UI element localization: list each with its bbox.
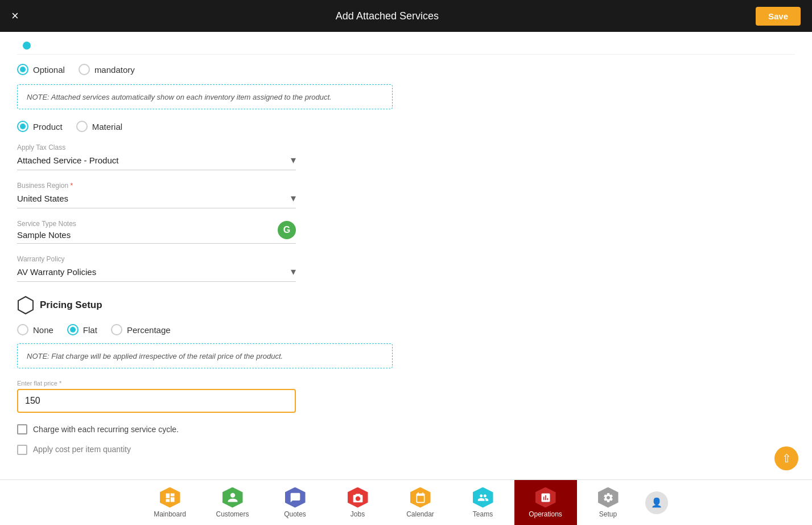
app-header: × Add Attached Services Save — [0, 0, 812, 32]
charge-recurring-label: Charge with each recurring service cycle… — [33, 425, 179, 434]
note-box: NOTE: Attached services automatically sh… — [17, 84, 393, 109]
warranty-policy-label: Warranty Policy — [17, 255, 296, 263]
warranty-policy-arrow-icon: ▾ — [291, 265, 296, 278]
calendar-label: Calendar — [406, 510, 434, 518]
business-region-arrow-icon: ▾ — [291, 192, 296, 204]
mandatory-radio-circle — [79, 64, 90, 75]
product-radio[interactable]: Product — [17, 121, 63, 132]
business-region-value: United States — [17, 194, 291, 203]
nav-item-teams[interactable]: Teams — [452, 480, 514, 526]
business-region-field: Business Region * United States ▾ — [17, 182, 296, 208]
dialog-title: Add Attached Services — [336, 10, 439, 22]
top-partial-row — [17, 32, 795, 55]
pricing-none-radio[interactable]: None — [17, 324, 53, 335]
jobs-icon — [348, 487, 368, 508]
teams-label: Teams — [473, 510, 493, 518]
service-type-notes-label: Service Type Notes — [17, 220, 296, 228]
operations-icon — [535, 487, 556, 508]
pricing-percentage-radio[interactable]: Percentage — [111, 324, 171, 335]
flat-note-box: NOTE: Flat charge will be applied irresp… — [17, 343, 393, 368]
service-type-notes-field: Service Type Notes G — [17, 220, 296, 244]
nav-item-calendar[interactable]: Calendar — [389, 480, 452, 526]
service-type-notes-input[interactable] — [17, 230, 296, 244]
apply-tax-class-arrow-icon: ▾ — [291, 154, 296, 166]
flat-price-input-wrapper — [17, 389, 296, 413]
material-radio-circle — [76, 121, 88, 132]
apply-cost-partial: Apply cost per item quantity — [17, 442, 795, 455]
grammarly-icon: G — [278, 221, 296, 239]
optional-radio-circle — [17, 64, 28, 75]
warranty-policy-select[interactable]: AV Warranty Policies ▾ — [17, 265, 296, 282]
nav-item-mainboard[interactable]: Mainboard — [139, 480, 201, 526]
nav-item-avatar[interactable]: 👤 — [640, 480, 674, 526]
optional-radio[interactable]: Optional — [17, 64, 65, 75]
customers-icon — [222, 487, 243, 508]
product-radio-circle — [17, 121, 28, 132]
nav-item-customers[interactable]: Customers — [201, 480, 264, 526]
flat-price-field: Enter flat price * — [17, 380, 296, 413]
charge-recurring-checkbox-box — [17, 424, 27, 434]
product-label: Product — [33, 122, 63, 132]
warranty-policy-field: Warranty Policy AV Warranty Policies ▾ — [17, 255, 296, 282]
operations-label: Operations — [529, 510, 562, 518]
pricing-setup-hex-icon — [17, 296, 34, 315]
bottom-navigation: Mainboard Customers Quotes Jobs Calendar… — [0, 479, 812, 525]
progress-indicator — [23, 42, 31, 50]
quotes-icon — [285, 487, 306, 508]
business-region-required: * — [70, 182, 73, 190]
nav-item-quotes[interactable]: Quotes — [264, 480, 327, 526]
material-label: Material — [92, 122, 122, 132]
apply-tax-class-value: Attached Service - Product — [17, 155, 291, 165]
mainboard-label: Mainboard — [154, 510, 186, 518]
optional-label: Optional — [33, 65, 65, 75]
business-region-select[interactable]: United States ▾ — [17, 192, 296, 208]
teams-icon — [473, 487, 493, 508]
customers-label: Customers — [216, 510, 249, 518]
mandatory-radio[interactable]: mandatory — [79, 64, 135, 75]
warranty-policy-value: AV Warranty Policies — [17, 267, 291, 277]
pricing-flat-label: Flat — [83, 325, 97, 335]
jobs-label: Jobs — [351, 510, 365, 518]
setup-icon — [598, 487, 619, 508]
pricing-setup-title: Pricing Setup — [40, 300, 102, 311]
optional-mandatory-group: Optional mandatory — [17, 64, 795, 75]
business-region-label: Business Region * — [17, 182, 296, 190]
apply-cost-label: Apply cost per item quantity — [33, 445, 131, 454]
material-radio[interactable]: Material — [76, 121, 122, 132]
quotes-label: Quotes — [284, 510, 306, 518]
calendar-icon — [410, 487, 431, 508]
pricing-setup-section-header: Pricing Setup — [17, 296, 795, 315]
flat-price-input[interactable] — [25, 396, 288, 406]
note-text: NOTE: Attached services automatically sh… — [27, 93, 332, 101]
pricing-none-label: None — [33, 325, 53, 335]
mandatory-label: mandatory — [94, 65, 135, 75]
pricing-percentage-circle — [111, 324, 122, 335]
user-avatar: 👤 — [645, 491, 668, 514]
pricing-flat-circle — [67, 324, 79, 335]
pricing-type-group: None Flat Percentage — [17, 324, 795, 335]
content-area: Optional mandatory NOTE: Attached servic… — [0, 32, 812, 479]
nav-item-operations[interactable]: Operations — [514, 480, 577, 526]
mainboard-icon — [160, 487, 180, 508]
apply-cost-checkbox-box[interactable] — [17, 445, 27, 455]
nav-item-jobs[interactable]: Jobs — [327, 480, 389, 526]
close-button[interactable]: × — [11, 10, 19, 22]
flat-price-label: Enter flat price * — [17, 380, 296, 387]
flat-note-text: NOTE: Flat charge will be applied irresp… — [27, 352, 283, 360]
product-material-group: Product Material — [17, 121, 795, 132]
save-button[interactable]: Save — [756, 7, 801, 26]
apply-tax-class-field: Apply Tax Class Attached Service - Produ… — [17, 143, 296, 170]
scroll-up-button[interactable]: ⇧ — [774, 446, 798, 470]
charge-recurring-checkbox[interactable]: Charge with each recurring service cycle… — [17, 424, 795, 434]
pricing-none-circle — [17, 324, 28, 335]
svg-marker-0 — [18, 297, 33, 314]
apply-tax-class-select[interactable]: Attached Service - Product ▾ — [17, 154, 296, 170]
setup-label: Setup — [599, 510, 617, 518]
apply-tax-class-label: Apply Tax Class — [17, 143, 296, 151]
pricing-percentage-label: Percentage — [127, 325, 171, 335]
pricing-flat-radio[interactable]: Flat — [67, 324, 97, 335]
nav-item-setup[interactable]: Setup — [577, 480, 640, 526]
